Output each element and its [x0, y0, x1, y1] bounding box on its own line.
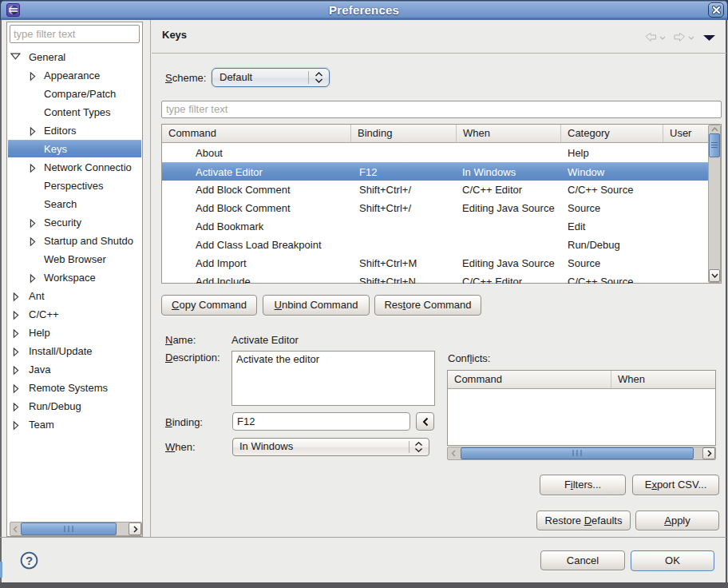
- svg-text:?: ?: [26, 554, 33, 567]
